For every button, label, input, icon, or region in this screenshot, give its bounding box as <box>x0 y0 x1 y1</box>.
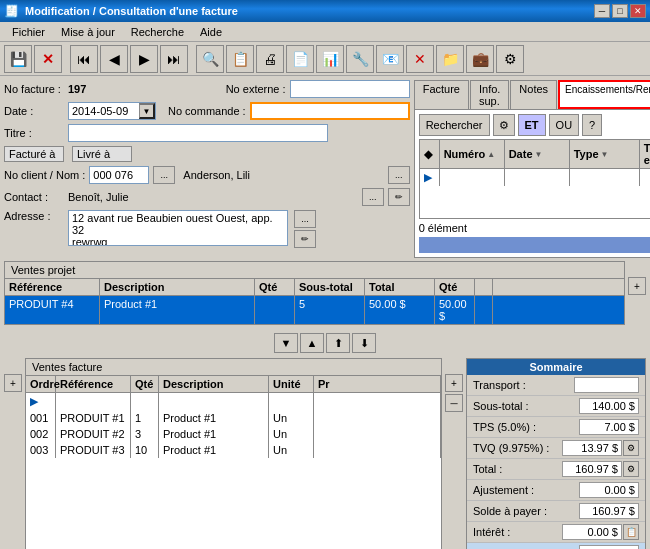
vf-row-0[interactable]: 001 PRODUIT #1 1 Product #1 Un <box>26 410 441 426</box>
toolbar-btn-7[interactable]: 🖨 <box>256 45 284 73</box>
toolbar-nav-prev[interactable]: ◀ <box>100 45 128 73</box>
toolbar-btn-5[interactable]: 🔍 <box>196 45 224 73</box>
adresse-label: Adresse : <box>4 210 64 222</box>
move-top-btn[interactable]: ⬆ <box>326 333 350 353</box>
menu-mise-a-jour[interactable]: Mise à jour <box>53 24 123 40</box>
toolbar-btn-11[interactable]: 📧 <box>376 45 404 73</box>
menu-recherche[interactable]: Recherche <box>123 24 192 40</box>
menu-aide[interactable]: Aide <box>192 24 230 40</box>
toolbar-btn-10[interactable]: 🔧 <box>346 45 374 73</box>
minimize-button[interactable]: ─ <box>594 4 610 18</box>
vf-row-indicator: ▶ <box>26 393 441 410</box>
toolbar-btn-13[interactable]: 📁 <box>436 45 464 73</box>
adresse-input[interactable]: 12 avant rue Beaubien ouest Ouest, app. … <box>68 210 288 246</box>
vf-th-unite: Unité <box>269 376 314 392</box>
vf-add-btn[interactable]: + <box>4 374 22 392</box>
toolbar-save-btn[interactable]: 💾 <box>4 45 32 73</box>
sum-tps-label: TPS (5.0%) : <box>473 421 536 433</box>
toolbar-btn-14[interactable]: 💼 <box>466 45 494 73</box>
move-buttons: ▼ ▲ ⬆ ⬇ <box>4 331 646 355</box>
vf-r1-ordre: 002 <box>26 426 56 442</box>
vf-row-2[interactable]: 003 PRODUIT #3 10 Product #1 Un <box>26 442 441 458</box>
sum-tvq-icon[interactable]: ⚙ <box>623 440 639 456</box>
vp-row-0-total-final: 50.00 $ <box>435 296 475 324</box>
date-label: Date : <box>4 105 64 117</box>
sum-total-icon[interactable]: ⚙ <box>623 461 639 477</box>
vf-table: Ordre Référence Qté Description Unité Pr… <box>26 376 441 458</box>
toolbar-btn-12[interactable]: ✕ <box>406 45 434 73</box>
tab-facture[interactable]: Facture <box>414 80 469 109</box>
sum-interet-value: 0.00 $ <box>562 524 622 540</box>
menu-fichier[interactable]: Fichier <box>4 24 53 40</box>
vf-r0-pr <box>314 410 441 426</box>
toolbar-nav-first[interactable]: ⏮ <box>70 45 98 73</box>
rechercher-btn[interactable]: Rechercher <box>419 114 490 136</box>
toolbar-nav-last[interactable]: ⏭ <box>160 45 188 73</box>
vf-th-ordre: Ordre <box>26 376 56 392</box>
toolbar-btn-9[interactable]: 📊 <box>316 45 344 73</box>
vf-side-btn-2[interactable]: ─ <box>445 394 463 412</box>
toolbar: 💾 ✕ ⏮ ◀ ▶ ⏭ 🔍 📋 🖨 📄 📊 🔧 📧 ✕ 📁 💼 ⚙ <box>0 42 650 76</box>
ventes-facture-title: Ventes facture <box>26 359 441 376</box>
maximize-button[interactable]: □ <box>612 4 628 18</box>
tab-notes[interactable]: Notes <box>510 80 557 109</box>
vf-r0-ordre: 001 <box>26 410 56 426</box>
sum-tps-value: 7.00 $ <box>579 419 639 435</box>
no-facture-label: No facture : <box>4 83 64 95</box>
adresse-dots-btn[interactable]: ... <box>294 210 316 228</box>
no-commande-input[interactable] <box>250 102 410 120</box>
sum-sous-total-value: 140.00 $ <box>579 398 639 414</box>
adresse-edit-btn[interactable]: ✏ <box>294 230 316 248</box>
date-input[interactable] <box>69 103 139 119</box>
enc-th-total: Total encaissement <box>640 140 650 168</box>
no-facture-value: 197 <box>68 83 86 95</box>
close-button[interactable]: ✕ <box>630 4 646 18</box>
move-down-btn[interactable]: ▼ <box>274 333 298 353</box>
vf-r2-qte: 10 <box>131 442 159 458</box>
vp-header: Référence Description Qté Sous-total Tot… <box>5 279 624 296</box>
tab-info-sup[interactable]: Info. sup. <box>470 80 509 109</box>
enc-icon-btn-1[interactable]: ⚙ <box>493 114 515 136</box>
sum-sous-total: Sous-total : 140.00 $ <box>467 396 645 417</box>
facture-a-label: Facturé à <box>4 146 64 162</box>
toolbar-nav-play[interactable]: ▶ <box>130 45 158 73</box>
sum-sous-total-label: Sous-total : <box>473 400 529 412</box>
no-externe-input[interactable] <box>290 80 410 98</box>
sum-ajustement-label: Ajustement : <box>473 484 534 496</box>
titre-input[interactable] <box>68 124 328 142</box>
vp-row-0-qte <box>255 296 295 324</box>
livre-a-label: Livré à <box>72 146 132 162</box>
help-btn[interactable]: ? <box>582 114 602 136</box>
vp-side-btn-1[interactable]: + <box>628 277 646 295</box>
no-client-input[interactable] <box>89 166 149 184</box>
title-bar: 🧾 Modification / Consultation d'une fact… <box>0 0 650 22</box>
sum-transport-label: Transport : <box>473 379 526 391</box>
vf-row-1[interactable]: 002 PRODUIT #2 3 Product #1 Un <box>26 426 441 442</box>
date-picker-btn[interactable]: ▼ <box>139 103 155 119</box>
contact-dots-btn[interactable]: ... <box>362 188 384 206</box>
move-up-btn[interactable]: ▲ <box>300 333 324 353</box>
toolbar-delete-btn[interactable]: ✕ <box>34 45 62 73</box>
toolbar-btn-8[interactable]: 📄 <box>286 45 314 73</box>
vp-th-qte2: Qté <box>435 279 475 295</box>
et-btn[interactable]: ET <box>518 114 546 136</box>
contact-edit-btn[interactable]: ✏ <box>388 188 410 206</box>
vf-side-btn-1[interactable]: + <box>445 374 463 392</box>
move-bottom-btn[interactable]: ⬇ <box>352 333 376 353</box>
contact-label: Contact : <box>4 191 64 203</box>
sum-transport-input[interactable] <box>574 377 639 393</box>
sum-tvq: TVQ (9.975%) : 13.97 $ ⚙ <box>467 438 645 459</box>
sum-total-payer: Total à payer : 160.97 $ <box>467 543 645 549</box>
toolbar-btn-15[interactable]: ⚙ <box>496 45 524 73</box>
vf-left-buttons: + <box>4 358 22 549</box>
ou-btn[interactable]: OU <box>549 114 580 136</box>
tab-encaissements[interactable]: Encaissements/Remboursements <box>558 80 650 109</box>
vp-row-0[interactable]: PRODUIT #4 Product #1 5 50.00 $ 50.00 $ <box>5 296 624 324</box>
client-search-btn[interactable]: ... <box>388 166 410 184</box>
sum-interet-icon[interactable]: 📋 <box>623 524 639 540</box>
vf-th-ref: Référence <box>56 376 131 392</box>
vf-r0-unite: Un <box>269 410 314 426</box>
no-client-dots-btn[interactable]: ... <box>153 166 175 184</box>
toolbar-btn-6[interactable]: 📋 <box>226 45 254 73</box>
encaissement-table: ◆ Numéro ▲ Date ▼ Type ▼ T <box>419 139 650 219</box>
